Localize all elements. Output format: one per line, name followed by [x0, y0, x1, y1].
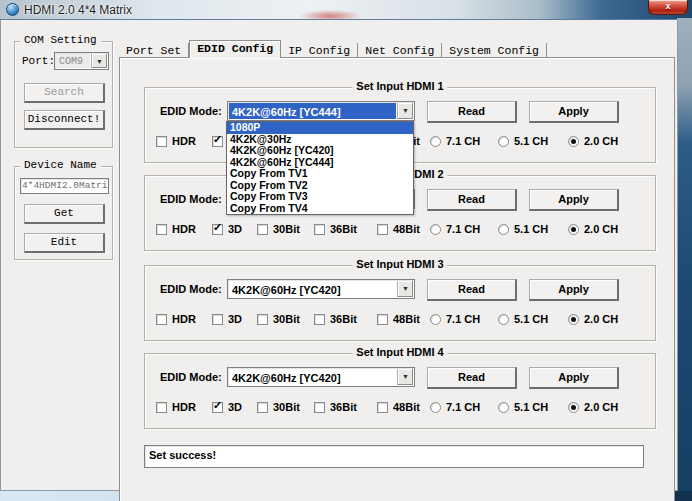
7-1-ch-radio[interactable]: 7.1 CH	[430, 135, 480, 147]
dropdown-option[interactable]: Copy From TV2	[227, 180, 413, 192]
device-name-title: Device Name	[20, 159, 101, 171]
5-1-ch-radio[interactable]: 5.1 CH	[498, 135, 548, 147]
tab-bar: Port Set EDID Config IP Config Net Confi…	[119, 40, 547, 58]
checkbox-icon	[314, 402, 325, 413]
chevron-down-icon[interactable]: ▼	[397, 281, 413, 297]
7-1-ch-radio[interactable]: 7.1 CH	[430, 313, 480, 325]
port-select[interactable]: COM9 ▼	[54, 52, 109, 70]
read-button[interactable]: Read	[427, 367, 517, 389]
3d-checkbox[interactable]: ✓3D	[212, 223, 242, 235]
edit-button[interactable]: Edit	[24, 233, 105, 253]
apply-button[interactable]: Apply	[529, 279, 619, 301]
2-0-ch-radio[interactable]: 2.0 CH	[568, 401, 618, 413]
36bit-checkbox[interactable]: 36Bit	[314, 223, 357, 235]
5-1-ch-radio[interactable]: 5.1 CH	[498, 223, 548, 235]
radio-icon	[498, 136, 509, 147]
disconnect-button[interactable]: Disconnect!	[24, 110, 105, 130]
get-button[interactable]: Get	[24, 204, 105, 224]
read-button[interactable]: Read	[427, 101, 517, 123]
48bit-checkbox[interactable]: 48Bit	[377, 401, 420, 413]
3d-checkbox[interactable]: ✓3D	[212, 401, 242, 413]
radio-icon	[430, 224, 441, 235]
edid-mode-label: EDID Mode:	[160, 371, 222, 383]
3d-checkbox[interactable]: 3D	[212, 313, 242, 325]
radio-icon	[568, 224, 579, 235]
edid-mode-select[interactable]: 4K2K@60Hz [YC444] ▼	[227, 101, 415, 121]
apply-button[interactable]: Apply	[529, 189, 619, 211]
2-0-ch-radio[interactable]: 2.0 CH	[568, 313, 618, 325]
tab-edid-config[interactable]: EDID Config	[189, 40, 281, 58]
read-button[interactable]: Read	[427, 279, 517, 301]
chevron-down-icon[interactable]: ▼	[397, 103, 413, 119]
30bit-checkbox[interactable]: 30Bit	[257, 401, 300, 413]
checkbox-icon	[156, 136, 167, 147]
set-input-hdmi-3-group: Set Input HDMI 3 EDID Mode: 4K2K@60Hz [Y…	[144, 265, 656, 341]
dropdown-option[interactable]: 1080P	[227, 122, 413, 134]
7-1-ch-radio[interactable]: 7.1 CH	[430, 223, 480, 235]
2-0-ch-radio[interactable]: 2.0 CH	[568, 223, 618, 235]
app-icon	[6, 3, 19, 16]
desktop-background-right	[677, 18, 692, 501]
apply-button[interactable]: Apply	[529, 101, 619, 123]
48bit-checkbox[interactable]: 48Bit	[377, 223, 420, 235]
36bit-checkbox[interactable]: 36Bit	[314, 313, 357, 325]
checkbox-icon	[257, 314, 268, 325]
group-title: Set Input HDMI 1	[352, 80, 447, 92]
dropdown-option[interactable]: 4K2K@30Hz	[227, 134, 413, 146]
device-name-group: Device Name 4*4HDMI2.0Matrix Get Edit	[14, 166, 113, 260]
checkbox-icon	[156, 314, 167, 325]
checkbox-icon	[314, 224, 325, 235]
apply-button[interactable]: Apply	[529, 367, 619, 389]
7-1-ch-radio[interactable]: 7.1 CH	[430, 401, 480, 413]
search-button[interactable]: Search	[24, 83, 105, 103]
checkbox-icon: ✓	[212, 402, 223, 413]
tab-port-set[interactable]: Port Set	[119, 43, 189, 58]
com-setting-group: COM Setting Port: COM9 ▼ Search Disconne…	[14, 41, 113, 148]
edid-mode-label: EDID Mode:	[160, 193, 222, 205]
device-name-field[interactable]: 4*4HDMI2.0Matrix	[20, 178, 109, 194]
hdr-checkbox[interactable]: HDR	[156, 401, 196, 413]
checkbox-icon	[257, 402, 268, 413]
36bit-checkbox[interactable]: 36Bit	[314, 401, 357, 413]
hdr-checkbox[interactable]: HDR	[156, 313, 196, 325]
radio-icon	[568, 136, 579, 147]
checkbox-icon	[212, 314, 223, 325]
screen: HDMI 2.0 4*4 Matrix x COM Setting Port: …	[0, 0, 692, 501]
close-button[interactable]: x	[648, 0, 688, 15]
dropdown-option[interactable]: 4K2K@60Hz [YC444]	[227, 157, 413, 169]
edid-mode-select[interactable]: 4K2K@60Hz [YC420] ▼	[227, 279, 415, 299]
tab-net-config[interactable]: Net Config	[358, 43, 442, 58]
radio-icon	[498, 402, 509, 413]
dropdown-option[interactable]: Copy From TV4	[227, 203, 413, 215]
30bit-checkbox[interactable]: 30Bit	[257, 223, 300, 235]
hdr-checkbox[interactable]: HDR	[156, 223, 196, 235]
edid-dropdown-list[interactable]: 1080P4K2K@30Hz4K2K@60Hz [YC420]4K2K@60Hz…	[226, 121, 414, 215]
tab-system-config[interactable]: System Config	[442, 43, 547, 58]
30bit-checkbox[interactable]: 30Bit	[257, 313, 300, 325]
status-text: Set success!	[149, 449, 216, 461]
5-1-ch-radio[interactable]: 5.1 CH	[498, 313, 548, 325]
checkbox-icon	[257, 224, 268, 235]
dropdown-option[interactable]: Copy From TV3	[227, 191, 413, 203]
dialog-body: COM Setting Port: COM9 ▼ Search Disconne…	[0, 20, 678, 491]
radio-icon	[498, 314, 509, 325]
set-input-hdmi-4-group: Set Input HDMI 4 EDID Mode: 4K2K@60Hz [Y…	[144, 353, 656, 429]
checkbox-icon	[314, 314, 325, 325]
2-0-ch-radio[interactable]: 2.0 CH	[568, 135, 618, 147]
port-label: Port:	[22, 55, 55, 67]
edid-mode-select[interactable]: 4K2K@60Hz [YC420] ▼	[227, 367, 415, 387]
group-title: Set Input HDMI 4	[352, 346, 447, 358]
dropdown-option[interactable]: Copy From TV1	[227, 168, 413, 180]
tab-ip-config[interactable]: IP Config	[281, 43, 358, 58]
checkbox-icon: ✓	[212, 224, 223, 235]
window-title: HDMI 2.0 4*4 Matrix	[24, 3, 132, 17]
dropdown-option[interactable]: 4K2K@60Hz [YC420]	[227, 145, 413, 157]
read-button[interactable]: Read	[427, 189, 517, 211]
48bit-checkbox[interactable]: 48Bit	[377, 313, 420, 325]
chevron-down-icon[interactable]: ▼	[397, 369, 413, 385]
radio-icon	[568, 402, 579, 413]
5-1-ch-radio[interactable]: 5.1 CH	[498, 401, 548, 413]
chevron-down-icon[interactable]: ▼	[91, 54, 107, 68]
status-message-box[interactable]: Set success!	[144, 445, 644, 468]
hdr-checkbox[interactable]: HDR	[156, 135, 196, 147]
